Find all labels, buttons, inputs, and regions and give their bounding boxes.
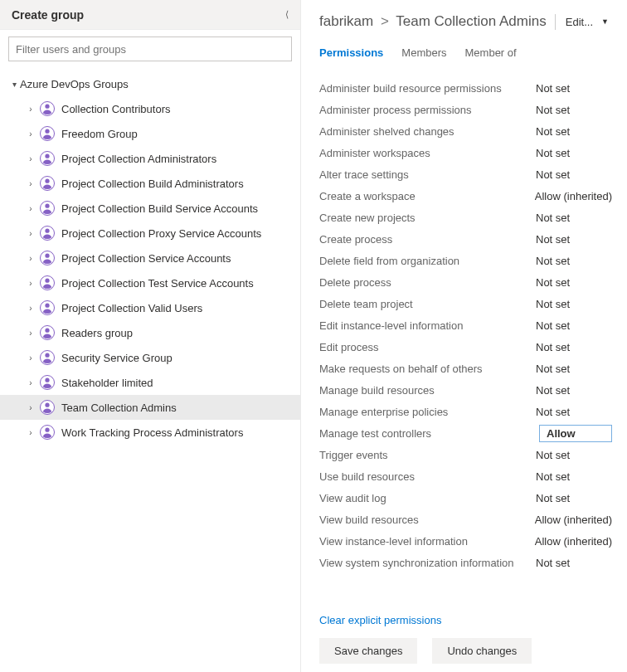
tree-item[interactable]: › Project Collection Build Administrator… xyxy=(0,171,300,196)
tabs: PermissionsMembersMember of xyxy=(319,46,612,62)
permission-label: Create process xyxy=(319,233,536,246)
permission-row: View system synchronization informationN… xyxy=(319,552,612,573)
permission-row: Edit processNot set xyxy=(319,336,612,358)
tree-item-label: Project Collection Proxy Service Account… xyxy=(61,227,300,240)
permission-label: Edit instance-level information xyxy=(319,319,536,332)
chevron-down-icon: ▾ xyxy=(8,80,20,89)
chevron-right-icon: › xyxy=(25,129,36,139)
clear-permissions-link[interactable]: Clear explicit permissions xyxy=(319,614,612,626)
permission-value[interactable]: Allow (inherited) xyxy=(535,514,612,526)
permission-label: Trigger events xyxy=(319,449,536,461)
collapse-pane-icon[interactable]: ⟨ xyxy=(282,6,292,23)
caret-down-icon: ▼ xyxy=(601,17,609,26)
permission-label: Edit process xyxy=(319,341,536,353)
left-pane: Create group ⟨ ▾ Azure DevOps Groups › C… xyxy=(0,0,301,672)
tree-item[interactable]: › Project Collection Valid Users xyxy=(0,295,300,320)
permission-value[interactable]: Allow xyxy=(539,425,612,442)
tree-item[interactable]: › Project Collection Build Service Accou… xyxy=(0,196,300,221)
tree-item[interactable]: › Collection Contributors xyxy=(0,96,300,121)
permission-value[interactable]: Not set xyxy=(536,255,612,267)
permission-row: Create processNot set xyxy=(319,228,612,250)
permission-value[interactable]: Not set xyxy=(536,319,612,332)
permission-row: View build resourcesAllow (inherited) xyxy=(319,509,612,530)
group-icon xyxy=(40,275,55,290)
svg-point-9 xyxy=(45,204,49,208)
permission-value[interactable]: Not set xyxy=(536,406,612,418)
chevron-right-icon: › xyxy=(25,254,36,263)
breadcrumb-org[interactable]: fabrikam xyxy=(319,13,373,29)
tree-item-label: Collection Contributors xyxy=(61,103,300,115)
svg-point-7 xyxy=(45,179,49,183)
group-icon xyxy=(40,226,55,241)
svg-point-17 xyxy=(45,304,49,308)
permission-row: Manage build resourcesNot set xyxy=(319,379,612,401)
permission-row: Delete field from organizationNot set xyxy=(319,250,612,271)
tree-item[interactable]: › Freedom Group xyxy=(0,121,300,146)
breadcrumb: fabrikam > Team Collection Admins xyxy=(319,13,547,30)
tree-item[interactable]: › Project Collection Administrators xyxy=(0,146,300,171)
svg-point-21 xyxy=(45,353,49,358)
permission-value[interactable]: Not set xyxy=(536,168,612,181)
groups-tree: ▾ Azure DevOps Groups › Collection Contr… xyxy=(0,68,300,445)
permission-label: View system synchronization information xyxy=(319,557,536,569)
permission-value[interactable]: Not set xyxy=(536,125,612,138)
button-row: Save changes Undo changes xyxy=(319,638,612,664)
chevron-right-icon: › xyxy=(25,179,36,188)
permission-value[interactable]: Allow (inherited) xyxy=(535,190,612,202)
tree-item[interactable]: › Project Collection Test Service Accoun… xyxy=(0,270,300,295)
permission-value[interactable]: Not set xyxy=(536,276,612,289)
tree-item[interactable]: › Project Collection Service Accounts xyxy=(0,246,300,270)
permission-value[interactable]: Not set xyxy=(536,470,612,483)
create-group-button[interactable]: Create group xyxy=(12,8,84,22)
permission-value[interactable]: Allow (inherited) xyxy=(535,535,612,548)
permission-value[interactable]: Not set xyxy=(536,298,612,310)
permission-row: Use build resourcesNot set xyxy=(319,465,612,487)
tree-item[interactable]: › Stakeholder limited xyxy=(0,370,300,395)
tree-item[interactable]: › Readers group xyxy=(0,320,300,345)
undo-button[interactable]: Undo changes xyxy=(432,638,532,664)
permission-value[interactable]: Not set xyxy=(536,557,612,569)
permission-value[interactable]: Not set xyxy=(536,233,612,246)
permission-row: Administer workspacesNot set xyxy=(319,142,612,163)
permission-label: Create new projects xyxy=(319,212,536,224)
svg-point-13 xyxy=(45,254,49,258)
svg-point-23 xyxy=(45,378,49,382)
permission-value[interactable]: Not set xyxy=(536,104,612,116)
filter-input[interactable] xyxy=(8,37,292,61)
chevron-right-icon: › xyxy=(25,229,36,238)
tree-item[interactable]: › Security Service Group xyxy=(0,345,300,370)
group-icon xyxy=(40,101,55,116)
svg-point-19 xyxy=(45,329,49,333)
tab[interactable]: Members xyxy=(401,46,446,62)
tree-root[interactable]: ▾ Azure DevOps Groups xyxy=(0,71,300,96)
permission-row: Delete processNot set xyxy=(319,271,612,293)
group-icon xyxy=(40,325,55,340)
tree-item[interactable]: › Project Collection Proxy Service Accou… xyxy=(0,221,300,246)
permission-value[interactable]: Not set xyxy=(536,147,612,159)
create-group-bar: Create group ⟨ xyxy=(0,0,300,30)
permission-label: View build resources xyxy=(319,514,535,526)
permission-value[interactable]: Not set xyxy=(536,82,612,95)
permission-value[interactable]: Not set xyxy=(536,363,612,375)
svg-point-1 xyxy=(45,105,49,109)
save-button[interactable]: Save changes xyxy=(319,638,417,664)
permission-row: Manage enterprise policiesNot set xyxy=(319,401,612,422)
tab[interactable]: Permissions xyxy=(319,46,383,62)
permission-value[interactable]: Not set xyxy=(536,212,612,224)
tree-item[interactable]: › Team Collection Admins xyxy=(0,395,300,420)
permission-value[interactable]: Not set xyxy=(536,384,612,397)
permission-value[interactable]: Not set xyxy=(536,341,612,353)
permission-value[interactable]: Not set xyxy=(536,492,612,504)
group-icon xyxy=(40,176,55,191)
permission-value[interactable]: Not set xyxy=(536,449,612,461)
permission-label: Use build resources xyxy=(319,470,536,483)
edit-menu[interactable]: Edit... ▼ xyxy=(555,14,612,30)
tab[interactable]: Member of xyxy=(465,46,517,62)
chevron-right-icon: › xyxy=(25,204,36,213)
permission-row: Edit instance-level informationNot set xyxy=(319,314,612,336)
tree-item-label: Project Collection Service Accounts xyxy=(61,252,300,265)
permission-label: Delete team project xyxy=(319,298,536,310)
tree-item[interactable]: › Work Tracking Process Administrators xyxy=(0,420,300,445)
permission-row: Delete team projectNot set xyxy=(319,293,612,314)
tree-item-label: Project Collection Test Service Accounts xyxy=(61,277,300,290)
